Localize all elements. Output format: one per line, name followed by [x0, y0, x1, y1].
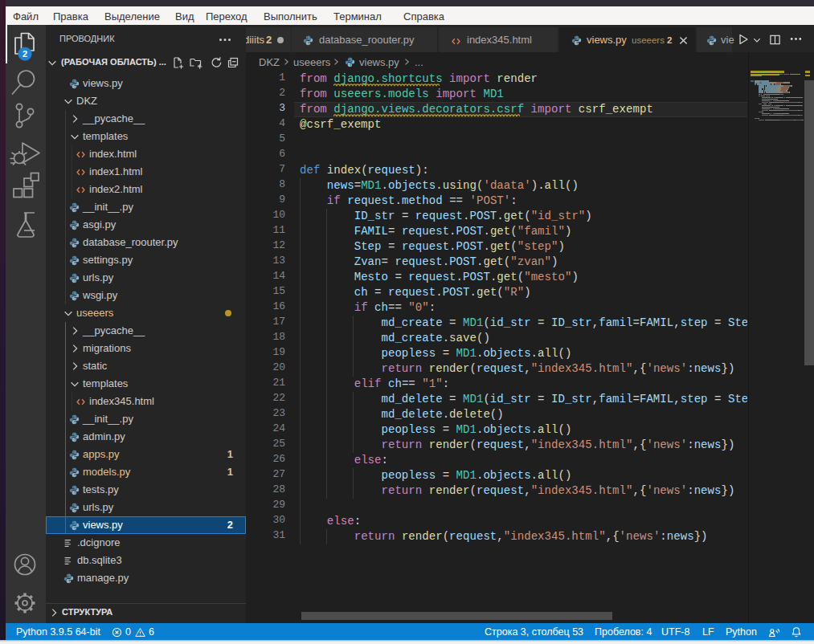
svg-text:2: 2 [22, 49, 27, 59]
